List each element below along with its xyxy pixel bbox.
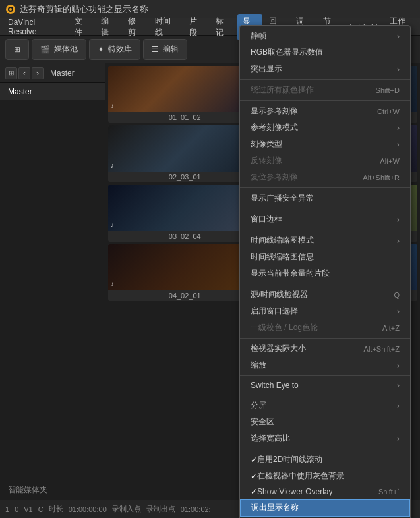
menu-use-window[interactable]: 启用窗口选择 › bbox=[240, 303, 410, 319]
menu-safe-zone[interactable]: 安全区 bbox=[240, 414, 410, 430]
media-label: 01_01_02 bbox=[108, 112, 262, 123]
menu-actual-size[interactable]: 检视器实际大小 Alt+Shift+Z bbox=[240, 340, 410, 357]
master-label: Master bbox=[50, 69, 100, 78]
status-num: 1 bbox=[5, 505, 9, 513]
media-thumb: ♪ bbox=[108, 244, 262, 290]
app-icon bbox=[5, 4, 16, 15]
sidebar-empty bbox=[0, 100, 105, 480]
status-track: V1 bbox=[24, 505, 32, 513]
media-pool-btn[interactable]: 🎬 媒体池 bbox=[32, 39, 86, 60]
separator bbox=[240, 187, 410, 188]
list-item[interactable]: ♪ 04_02_01 bbox=[108, 244, 262, 301]
menu-static[interactable]: 静帧 › bbox=[240, 28, 410, 44]
menu-show-current-clip[interactable]: 显示当前带余量的片段 bbox=[240, 265, 410, 282]
menu-primary-log: 一级校色 / Log色轮 Alt+Z bbox=[240, 319, 410, 336]
menu-show-name[interactable]: 调出显示名称 bbox=[240, 499, 410, 517]
arrow-icon: › bbox=[397, 123, 400, 133]
menu-highlight[interactable]: 突出显示 › bbox=[240, 61, 410, 77]
menu-gray-bg[interactable]: ✓ 在检视器中使用灰色背景 bbox=[240, 468, 410, 484]
display-dropdown-menu: 静帧 › RGB取色器显示数值 突出显示 › 绕过所有颜色操作 Shift+D … bbox=[239, 25, 411, 518]
media-label: 03_02_04 bbox=[108, 231, 262, 242]
entry-label: 录制入点 bbox=[112, 504, 141, 514]
media-thumb: ♪ bbox=[108, 185, 262, 231]
arrow-icon: › bbox=[397, 434, 400, 443]
menu-timeline[interactable]: 时间线 bbox=[150, 14, 183, 40]
list-item[interactable]: ♪ 03_02_04 bbox=[108, 185, 262, 242]
menu-bypass-all: 绕过所有颜色操作 Shift+D bbox=[240, 82, 410, 98]
next-btn[interactable]: › bbox=[32, 67, 44, 79]
list-item[interactable]: ♪ 01_01_02 bbox=[108, 66, 262, 123]
arrow-icon: › bbox=[397, 65, 400, 74]
arrow-icon: › bbox=[397, 140, 400, 149]
media-thumb: ♪ bbox=[108, 66, 262, 112]
media-label: 04_02_01 bbox=[108, 290, 262, 301]
separator bbox=[240, 209, 410, 209]
sidebar-header: ⊞ ‹ › Master bbox=[0, 63, 105, 83]
duration-value: 01:00:00:00 bbox=[69, 505, 107, 513]
check-icon: ✓ bbox=[251, 455, 257, 465]
arrow-icon: › bbox=[397, 236, 400, 245]
separator bbox=[240, 375, 410, 376]
arrow-icon: › bbox=[397, 381, 400, 390]
media-thumb: ♪ bbox=[108, 125, 262, 172]
menu-show-safe[interactable]: 显示广播安全异常 bbox=[240, 190, 410, 207]
menu-switch-eye[interactable]: Switch Eye to › bbox=[240, 378, 410, 393]
sidebar-smart-bin[interactable]: 智能媒体夹 bbox=[0, 480, 105, 500]
sidebar-controls: ⊞ ‹ › bbox=[5, 67, 44, 79]
menu-file[interactable]: 文件 bbox=[69, 14, 95, 40]
menu-split-screen[interactable]: 分屏 › bbox=[240, 397, 410, 414]
check-icon: ✓ bbox=[251, 472, 257, 481]
edit-btn[interactable]: ☰ 编辑 bbox=[143, 39, 187, 60]
separator bbox=[240, 79, 410, 80]
menu-edit[interactable]: 编辑 bbox=[96, 14, 121, 40]
sidebar: ⊞ ‹ › Master Master 智能媒体夹 bbox=[0, 63, 105, 500]
list-item[interactable]: ♪ 02_03_01 bbox=[108, 125, 262, 182]
menu-source-viewer[interactable]: 源/时间线检视器 Q bbox=[240, 286, 410, 303]
menu-reset-ref: 复位参考刻像 Alt+Shift+R bbox=[240, 169, 410, 185]
media-label: 02_03_01 bbox=[108, 172, 262, 182]
separator bbox=[240, 284, 410, 284]
effects-library-btn[interactable]: ✦ 特效库 bbox=[89, 39, 140, 60]
menu-davinci[interactable]: DaVinci Resolve bbox=[3, 16, 68, 38]
menu-timeline-zoom[interactable]: 时间线缩略图模式 › bbox=[240, 232, 410, 249]
separator bbox=[240, 338, 410, 339]
grid-view-btn[interactable]: ⊞ bbox=[5, 67, 17, 79]
menu-rgb-display[interactable]: RGB取色器显示数值 bbox=[240, 44, 410, 61]
separator bbox=[240, 100, 410, 101]
status-val1: 0 bbox=[15, 505, 18, 513]
music-icon: ♪ bbox=[111, 221, 114, 228]
menu-clip[interactable]: 片段 bbox=[184, 14, 210, 40]
menu-timeline-info[interactable]: 时间线缩略图信息 bbox=[240, 249, 410, 265]
menu-mark[interactable]: 标记 bbox=[210, 14, 236, 40]
media-pool-icon: 🎬 bbox=[40, 45, 50, 54]
menu-enable-2d[interactable]: ✓ 启用2D时间线滚动 bbox=[240, 451, 410, 468]
arrow-icon: › bbox=[397, 32, 400, 41]
separator bbox=[240, 230, 410, 230]
svg-point-2 bbox=[9, 8, 12, 11]
arrow-icon: › bbox=[397, 215, 400, 224]
menu-show-viewer-overlay[interactable]: ✓ Show Viewer Overlay Shift+` bbox=[240, 484, 410, 499]
separator bbox=[240, 395, 410, 395]
prev-btn[interactable]: ‹ bbox=[18, 67, 30, 79]
menu-ref-mode[interactable]: 参考刻像模式 › bbox=[240, 119, 410, 136]
edit-icon: ☰ bbox=[152, 45, 159, 54]
status-val2: C bbox=[38, 505, 44, 513]
sidebar-item-master[interactable]: Master bbox=[0, 83, 105, 100]
separator bbox=[240, 449, 410, 449]
arrow-icon: › bbox=[397, 361, 400, 370]
duration-label: 时长 bbox=[49, 504, 63, 514]
menu-aspect-ratio[interactable]: 选择宽高比 › bbox=[240, 430, 410, 447]
title-text: 达芬奇剪辑的贴心功能之显示名称 bbox=[20, 3, 148, 15]
menu-flip-image: 反转刻像 Alt+W bbox=[240, 152, 410, 169]
music-icon: ♪ bbox=[111, 162, 114, 169]
effects-icon: ✦ bbox=[98, 45, 104, 54]
menu-window-border[interactable]: 窗口边框 › bbox=[240, 211, 410, 228]
exit-value: 01:00:02: bbox=[181, 505, 211, 513]
menu-image-type[interactable]: 刻像类型 › bbox=[240, 136, 410, 152]
menu-trim[interactable]: 修剪 bbox=[123, 14, 148, 40]
toolbar-view-toggle[interactable]: ⊞ bbox=[5, 39, 29, 60]
check-icon: ✓ bbox=[251, 487, 257, 496]
menu-show-ref[interactable]: 显示参考刻像 Ctrl+W bbox=[240, 103, 410, 119]
music-icon: ♪ bbox=[111, 102, 114, 110]
menu-zoom[interactable]: 缩放 › bbox=[240, 357, 410, 373]
